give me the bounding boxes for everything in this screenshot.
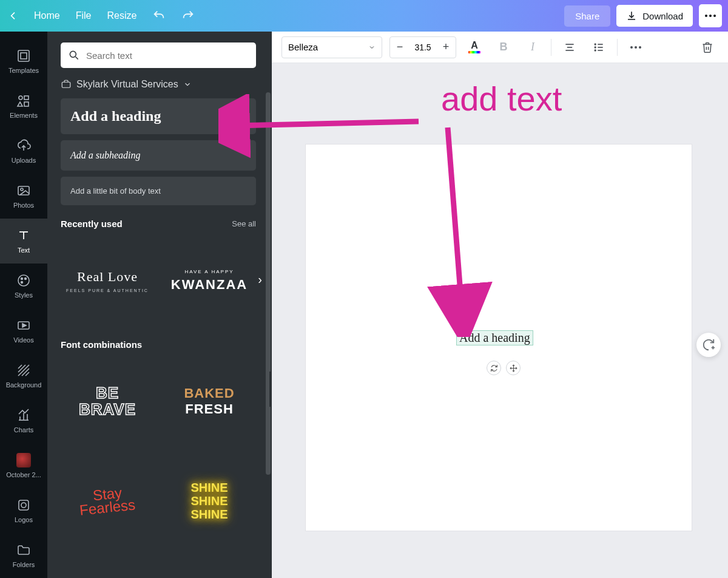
font-size-decrease[interactable]: − <box>390 37 410 58</box>
rail-uploads[interactable]: Uploads <box>0 129 47 174</box>
rail-october[interactable]: October 2... <box>0 443 47 488</box>
alignment-button[interactable] <box>559 36 581 58</box>
font-combinations-heading: Font combinations <box>61 339 142 350</box>
share-button[interactable]: Share <box>564 5 610 27</box>
font-family-value: Belleza <box>288 42 318 52</box>
top-left-group: Home File Resize <box>0 9 195 22</box>
rail-logos[interactable]: Logos <box>0 488 47 533</box>
svg-point-15 <box>21 503 26 508</box>
canvas-text-element[interactable]: Add a heading <box>456 330 533 345</box>
rail-folders[interactable]: Folders <box>0 533 47 578</box>
rail-photos[interactable]: Photos <box>0 174 47 219</box>
rail-videos[interactable]: Videos <box>0 308 47 353</box>
svg-point-2 <box>19 96 22 100</box>
rail-templates[interactable]: Templates <box>0 39 47 84</box>
align-icon <box>564 41 576 53</box>
text-color-icon: A <box>468 41 480 53</box>
uploads-icon <box>16 138 31 153</box>
add-page-fab[interactable] <box>696 333 721 357</box>
text-panel: Skylark Virtual Services Add a heading A… <box>47 32 272 578</box>
more-icon <box>630 46 641 49</box>
chevron-down-icon <box>183 80 192 89</box>
recently-used-heading: Recently used <box>61 219 123 229</box>
svg-rect-1 <box>21 53 27 59</box>
svg-point-9 <box>21 278 23 280</box>
top-right-group: Share Download <box>564 4 728 27</box>
download-button[interactable]: Download <box>616 5 693 27</box>
font-size-increase[interactable]: + <box>436 37 456 58</box>
brand-label: Skylark Virtual Services <box>76 79 178 90</box>
svg-point-16 <box>70 51 76 57</box>
logos-icon <box>16 498 31 512</box>
october-thumbnail <box>16 453 31 467</box>
search-input[interactable] <box>86 50 249 61</box>
svg-point-22 <box>595 44 596 45</box>
editor-toolbar: Belleza − 31.5 + A B I <box>272 32 728 63</box>
templates-icon <box>16 49 31 63</box>
home-button[interactable]: Home <box>34 10 60 21</box>
add-heading-button[interactable]: Add a heading <box>61 98 256 134</box>
move-icon <box>510 364 517 372</box>
italic-button[interactable]: I <box>522 36 544 58</box>
search-icon <box>68 49 80 61</box>
template-kwanzaa[interactable]: HAVE A HAPPY KWANZAA <box>163 235 256 326</box>
rail-background[interactable]: Background <box>0 353 47 398</box>
resize-menu[interactable]: Resize <box>107 10 136 21</box>
template-baked-fresh[interactable]: BAKED FRESH <box>163 356 256 447</box>
sync-icon <box>490 364 498 372</box>
svg-rect-5 <box>24 102 29 106</box>
svg-point-24 <box>595 50 596 51</box>
separator <box>551 39 551 56</box>
svg-rect-14 <box>19 500 29 510</box>
rail-styles[interactable]: Styles <box>0 264 47 308</box>
more-button[interactable] <box>699 4 722 27</box>
styles-icon <box>16 273 31 288</box>
file-menu[interactable]: File <box>76 10 92 21</box>
elements-icon <box>16 93 31 108</box>
recently-used-next-icon[interactable]: › <box>258 273 262 287</box>
move-button[interactable] <box>506 361 521 375</box>
rail-charts[interactable]: Charts <box>0 398 47 443</box>
refresh-plus-icon <box>702 338 715 352</box>
list-button[interactable] <box>588 36 610 58</box>
videos-icon <box>16 318 31 333</box>
template-stay-fearless[interactable]: Stay Fearless <box>61 455 154 546</box>
template-shine[interactable]: SHINE SHINE SHINE <box>163 455 256 546</box>
photos-icon <box>16 183 31 198</box>
see-all-link[interactable]: See all <box>232 219 256 228</box>
svg-marker-4 <box>18 102 22 106</box>
redo-icon[interactable] <box>181 9 195 22</box>
brand-icon <box>61 79 72 90</box>
undo-icon[interactable] <box>152 9 166 22</box>
add-subheading-button[interactable]: Add a subheading <box>61 140 256 171</box>
svg-rect-3 <box>24 96 29 100</box>
svg-point-10 <box>25 278 27 280</box>
add-body-text-button[interactable]: Add a little bit of body text <box>61 177 256 205</box>
delete-button[interactable] <box>696 36 718 58</box>
more-options-button[interactable] <box>625 36 647 58</box>
back-icon[interactable] <box>8 11 18 21</box>
canvas-page[interactable]: Add a heading <box>306 144 692 531</box>
sync-button[interactable] <box>487 361 501 375</box>
svg-rect-18 <box>62 82 70 87</box>
annotation-label: add text <box>441 79 562 118</box>
background-icon <box>16 363 31 378</box>
top-bar: Home File Resize Share Download <box>0 0 728 32</box>
brand-kit-dropdown[interactable]: Skylark Virtual Services <box>61 79 256 90</box>
text-color-button[interactable]: A <box>463 36 485 58</box>
template-be-brave[interactable]: BE BRAVE <box>61 356 154 447</box>
bold-button[interactable]: B <box>493 36 514 58</box>
charts-icon <box>16 408 31 423</box>
download-label: Download <box>642 11 683 21</box>
font-family-select[interactable]: Belleza <box>281 36 382 58</box>
search-box[interactable] <box>61 42 256 68</box>
template-real-love[interactable]: Real Love FEELS PURE & AUTHENTIC <box>61 235 154 326</box>
font-size-value[interactable]: 31.5 <box>410 42 436 52</box>
list-icon <box>593 41 605 53</box>
svg-line-17 <box>76 57 78 59</box>
rail-text[interactable]: Text <box>0 219 47 264</box>
font-combinations-grid: BE BRAVE BAKED FRESH Stay Fearless SHINE… <box>61 356 256 546</box>
separator <box>617 39 618 56</box>
rail-elements[interactable]: Elements <box>0 84 47 129</box>
panel-scrollbar[interactable] <box>266 92 271 475</box>
